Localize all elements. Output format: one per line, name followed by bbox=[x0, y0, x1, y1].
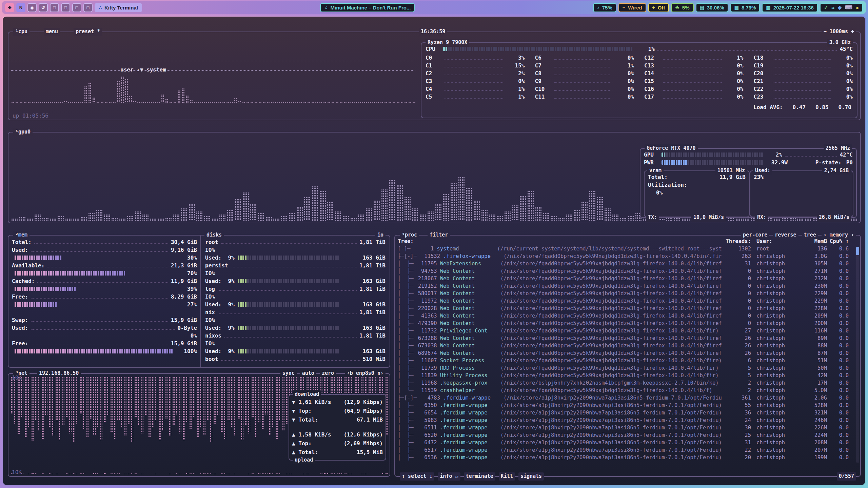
proc-row[interactable]: │ ├─673038Web Content(/nix/store/fqadd0b… bbox=[398, 342, 853, 349]
proc-row[interactable]: │ ├─11968.keepassxc-prox(/nix/store/bslp… bbox=[398, 379, 853, 387]
graph-column bbox=[31, 377, 34, 441]
preset-button[interactable]: preset * bbox=[74, 28, 102, 36]
proc-row[interactable]: │ ├─6517.ferdium-wrappe(/nix/store/a1pj8… bbox=[398, 446, 853, 454]
vram-used-box: Used: 2,74 GiB 23% bbox=[750, 170, 853, 217]
graph-column bbox=[372, 101, 375, 103]
proc-row[interactable]: ├─[-]─11532.firefox-wrappe(/nix/store/fq… bbox=[398, 252, 853, 260]
tray-icon-1[interactable]: ✓ bbox=[824, 4, 828, 11]
workspace-chip-3[interactable]: ◆ bbox=[27, 3, 37, 12]
leader-dots bbox=[31, 342, 168, 345]
proc-row[interactable]: │ ├─11607Socket Process(/nix/store/fqadd… bbox=[398, 357, 853, 364]
proc-row[interactable]: │ ├─6472.ferdium-wrappe(/nix/store/a1pj8… bbox=[398, 439, 853, 446]
graph-column bbox=[244, 474, 247, 474]
graph-column bbox=[404, 197, 411, 221]
proc-row[interactable]: │ ├─11732Privileged Cont(/nix/store/fqad… bbox=[398, 327, 853, 334]
graph-column bbox=[396, 101, 399, 103]
menu-button[interactable]: menu bbox=[44, 28, 60, 36]
proc-action--select-[interactable]: ↑ select ↓ bbox=[400, 472, 434, 481]
proc-row[interactable]: │ ├─220028Web Content(/nix/store/fqadd0b… bbox=[398, 305, 853, 312]
leader-dots bbox=[554, 72, 613, 75]
proc-scrollbar-thumb[interactable] bbox=[856, 247, 859, 255]
core-label: C14 bbox=[644, 70, 660, 77]
upload-stat: ▲ Top:(2,69 Mibps) bbox=[292, 439, 383, 448]
workspace-chip-7[interactable]: □ bbox=[72, 3, 81, 12]
status-chip-2025-07-22-16-36[interactable]: ▧2025-07-22 16:36 bbox=[762, 3, 818, 12]
tray-icon-5[interactable]: ● bbox=[856, 5, 859, 11]
active-window-chip[interactable]: ∴ Kitty Terminal bbox=[95, 3, 142, 12]
core-column: C60%C71%C80%C90%C100%C110% bbox=[535, 54, 634, 101]
status-chip-wired[interactable]: ⌁Wired bbox=[618, 3, 646, 12]
gpu-panel-title[interactable]: ⁵gpu0 bbox=[13, 128, 33, 136]
mem-row: 0% bbox=[12, 332, 197, 340]
refresh-interval-control[interactable]: − 1000ms + bbox=[822, 28, 856, 36]
workspace-chip-8[interactable]: □ bbox=[83, 3, 93, 12]
tray-icon-2[interactable]: ≈ bbox=[832, 5, 834, 11]
tray-icon-4[interactable]: ⌨ bbox=[845, 4, 852, 11]
status-chip-off[interactable]: ⌖Off bbox=[648, 3, 669, 12]
media-player-chip[interactable]: ♫ Minuit Machine – Don't Run Fro... bbox=[320, 3, 415, 12]
proc-row[interactable]: │ ├─479390Web Content(/nix/store/fqadd0b… bbox=[398, 320, 853, 327]
proc-row[interactable]: │ ├─11795WebExtensions(/nix/store/fqadd0… bbox=[398, 260, 853, 267]
graph-column bbox=[150, 218, 157, 221]
proc-row[interactable]: │ ├─94753Web Content(/nix/store/fqadd0bp… bbox=[398, 267, 853, 275]
mem-value: 11,9 GiB bbox=[171, 278, 197, 284]
proc-action-terminate[interactable]: terminate bbox=[464, 472, 495, 481]
workspace-chip-6[interactable]: □ bbox=[61, 3, 70, 12]
proc-row[interactable]: │ ├─219152Web Content(/nix/store/fqadd0b… bbox=[398, 282, 853, 290]
workspace-chip-4[interactable]: ↺ bbox=[39, 3, 48, 12]
graph-column bbox=[121, 76, 124, 103]
graph-column bbox=[219, 214, 226, 221]
graph-column bbox=[193, 473, 195, 474]
core-column: C121%C130%C140%C150%C160%C170% bbox=[644, 54, 744, 101]
graph-column bbox=[152, 377, 154, 428]
proc-row[interactable]: │ ├─11739RDD Process(/nix/store/fqadd0bp… bbox=[398, 364, 853, 372]
disk-size: 1,81 TiB bbox=[359, 309, 386, 316]
cpu-panel-title[interactable]: ¹cpu bbox=[13, 28, 29, 36]
proc-scrollbar-track[interactable] bbox=[856, 247, 859, 463]
proc-row[interactable]: │ ├─218067Web Content(/nix/store/fqadd0b… bbox=[398, 275, 853, 282]
vram-utilization-value: 0% bbox=[656, 189, 663, 196]
graph-column bbox=[285, 377, 288, 424]
leader-dots bbox=[554, 80, 613, 83]
tray-icon-3[interactable]: ◆ bbox=[838, 4, 842, 11]
gpu-pstate-value: P0 bbox=[842, 159, 853, 166]
workspace-chip-1[interactable]: ❖ bbox=[5, 3, 14, 12]
leader-dots bbox=[663, 87, 722, 91]
workspace-chip-5[interactable]: □ bbox=[50, 3, 59, 12]
tray-chip[interactable]: ✓≈◆⌨● bbox=[820, 3, 863, 12]
status-chip-8-79-[interactable]: ▦8.79% bbox=[730, 3, 760, 12]
graph-column bbox=[11, 377, 13, 414]
proc-row[interactable]: │ ├─6350.ferdium-wrappe(/nix/store/a1pj8… bbox=[398, 402, 853, 409]
status-chip-75-[interactable]: ♪75% bbox=[593, 3, 616, 12]
graph-column bbox=[344, 473, 347, 474]
graph-column bbox=[64, 101, 67, 103]
proc-row[interactable]: │ ├─6536.ferdium-wrappe(/nix/store/a1pj8… bbox=[398, 454, 853, 461]
workspace-chip-2[interactable]: N bbox=[16, 3, 25, 12]
proc-row[interactable]: │ ├─673288Web Content(/nix/store/fqadd0b… bbox=[398, 334, 853, 342]
proc-row[interactable]: │ ├─41363Web Content(/nix/store/fqadd0bp… bbox=[398, 312, 853, 320]
graph-column bbox=[218, 101, 221, 103]
proc-row[interactable]: │ ├─5983.ferdium-wrappe(/nix/store/a1pj8… bbox=[398, 416, 853, 424]
proc-row[interactable]: │ ├─580017Web Content(/nix/store/fqadd0b… bbox=[398, 290, 853, 297]
proc-row[interactable]: │ ├─6654.ferdium-wrappe(/nix/store/a1pj8… bbox=[398, 409, 853, 416]
proc-action-kill[interactable]: Kill bbox=[499, 472, 515, 481]
proc-row[interactable]: │ ├─689674Web Content(/nix/store/fqadd0b… bbox=[398, 349, 853, 357]
graph-column bbox=[304, 197, 311, 221]
proc-action-info-[interactable]: info ↵ bbox=[438, 472, 460, 481]
status-chip-30-06-[interactable]: ▤30.06% bbox=[696, 3, 728, 12]
disk-entry: persist1,81 TiB bbox=[205, 262, 386, 269]
memory-stats: Total:30,4 GiBUsed:9,16 GiB30%Available:… bbox=[12, 238, 197, 355]
graph-column bbox=[527, 191, 534, 221]
graph-column bbox=[127, 216, 134, 221]
proc-row[interactable]: │ └─11539crashhelper(/nix/store/fqadd0bp… bbox=[398, 387, 853, 394]
proc-row[interactable]: │ ├─6511.ferdium-wrappe(/nix/store/a1pj8… bbox=[398, 424, 853, 431]
proc-row[interactable]: │ ├─6520.ferdium-wrappe(/nix/store/a1pj8… bbox=[398, 431, 853, 439]
proc-row[interactable]: │ ├─11839Utility Process(/nix/store/fqad… bbox=[398, 372, 853, 379]
proc-action-signals[interactable]: signals bbox=[518, 472, 544, 481]
graph-column bbox=[235, 199, 241, 221]
proc-row[interactable]: │ ├─11972Web Content(/nix/store/fqadd0bp… bbox=[398, 297, 853, 305]
leader-dots bbox=[554, 87, 613, 91]
proc-row[interactable]: [-]─1systemd(/run/current-system/systemd… bbox=[398, 245, 853, 252]
proc-row[interactable]: ├─[-]─4783.ferdium-wrappe(/nix/store/a1p… bbox=[398, 394, 853, 402]
status-chip-5-[interactable]: ☘5% bbox=[671, 3, 693, 12]
